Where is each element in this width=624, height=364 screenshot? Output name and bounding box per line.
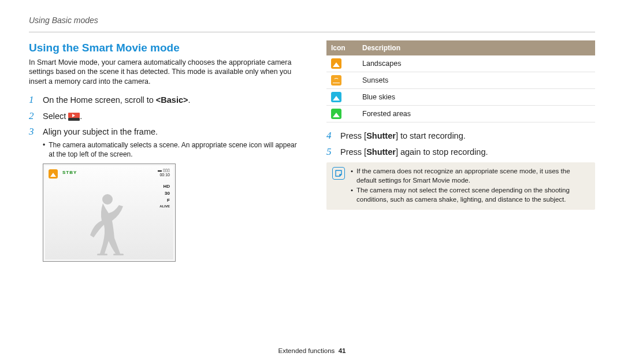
step-sub: The camera automatically selects a scene… — [49, 140, 298, 159]
step-text: Align your subject in the frame. — [43, 127, 298, 138]
step-text-post: ] to start recording. — [396, 131, 466, 140]
scene-icon — [49, 169, 58, 179]
th-desc: Description — [358, 40, 595, 55]
step-text-post: ] again to stop recording. — [396, 147, 488, 157]
steps-left: 1 On the Home screen, scroll to <Basic>.… — [29, 95, 298, 159]
table-row: Blue skies — [326, 89, 595, 106]
smart-movie-mode-icon — [68, 113, 80, 121]
step-text: Select — [43, 112, 68, 121]
step-text: Press [ — [340, 147, 366, 157]
step-number: 3 — [29, 127, 37, 159]
step-1: 1 On the Home screen, scroll to <Basic>. — [29, 95, 298, 106]
table-row: Landscapes — [326, 55, 595, 72]
steps-right: 4 Press [Shutter] to start recording. 5 … — [326, 131, 595, 158]
cell-desc: Blue skies — [358, 89, 595, 106]
note-text: The camera may not select the correct sc… — [356, 186, 589, 204]
svg-rect-1 — [97, 254, 107, 255]
scene-icon-table: Icon Description Landscapes Sunsets Blue… — [326, 40, 595, 122]
page-number: 41 — [339, 347, 346, 354]
page-title: Using the Smart Movie mode — [29, 40, 298, 55]
svg-point-0 — [102, 194, 113, 205]
step-number: 1 — [29, 95, 37, 106]
right-column: Icon Description Landscapes Sunsets Blue… — [326, 40, 595, 262]
step-number: 5 — [326, 147, 335, 158]
step-4: 4 Press [Shutter] to start recording. — [326, 131, 595, 142]
cell-desc: Forested areas — [358, 106, 595, 122]
camera-top-right: ▬ ▯▯▯ 00:10 — [158, 168, 170, 177]
fps-label: 30 — [159, 190, 170, 197]
th-icon: Icon — [326, 40, 358, 55]
page-footer: Extended functions 41 — [0, 347, 624, 356]
bullet-icon: • — [43, 140, 45, 159]
step-text: On the Home screen, scroll to — [43, 95, 156, 105]
step-number: 2 — [29, 111, 37, 122]
intro-text: In Smart Movie mode, your camera automat… — [29, 58, 298, 87]
blue-sky-icon — [331, 92, 341, 102]
hd-label: HD — [159, 183, 170, 190]
battery-icon: ▬ ▯▯▯ — [158, 168, 170, 172]
note-icon — [332, 167, 345, 180]
stby-label: STBY — [62, 170, 77, 176]
table-row: Sunsets — [326, 72, 595, 89]
step-bold: Shutter — [366, 147, 396, 157]
table-row: Forested areas — [326, 106, 595, 122]
skater-silhouette-icon — [74, 189, 143, 258]
cell-desc: Sunsets — [358, 72, 595, 89]
bullet-icon: • — [351, 186, 353, 204]
step-text: Press [ — [340, 131, 366, 140]
note-box: •If the camera does not recognize an app… — [326, 162, 595, 210]
section-header: Using Basic modes — [29, 15, 595, 26]
f-label: F — [159, 197, 170, 204]
camera-preview: STBY ▬ ▯▯▯ 00:10 HD 30 F ALIVE — [43, 164, 176, 262]
step-text-post: . — [188, 95, 190, 105]
step-number: 4 — [326, 131, 335, 142]
step-bold: Shutter — [366, 131, 396, 140]
footer-label: Extended functions — [278, 347, 335, 354]
svg-rect-2 — [113, 254, 124, 255]
alive-label: ALIVE — [159, 204, 170, 209]
cell-desc: Landscapes — [358, 55, 595, 72]
camera-right-icons: HD 30 F ALIVE — [159, 183, 170, 209]
step-bold: <Basic> — [156, 95, 188, 105]
sunset-icon — [331, 75, 341, 86]
left-column: Using the Smart Movie mode In Smart Movi… — [29, 40, 298, 262]
step-3: 3 Align your subject in the frame. •The … — [29, 127, 298, 159]
rec-time: 00:10 — [159, 173, 170, 177]
step-text-post: . — [80, 112, 82, 121]
separator — [29, 32, 595, 32]
step-5: 5 Press [Shutter] again to stop recordin… — [326, 147, 595, 158]
note-text: If the camera does not recognize an appr… — [356, 167, 589, 185]
landscape-icon — [331, 58, 341, 69]
bullet-icon: • — [351, 167, 353, 185]
forest-icon — [331, 109, 341, 119]
step-2: 2 Select . — [29, 111, 298, 122]
columns: Using the Smart Movie mode In Smart Movi… — [29, 40, 595, 262]
